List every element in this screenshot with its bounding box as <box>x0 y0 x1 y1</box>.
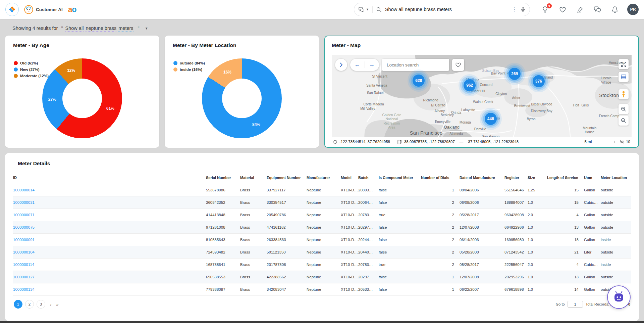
column-header[interactable]: Length of Service <box>547 171 584 184</box>
meter-id-link[interactable]: 1000000104 <box>13 246 206 259</box>
map-canvas[interactable]: ← → <box>332 55 632 137</box>
column-header[interactable]: Model <box>341 171 358 184</box>
column-header[interactable]: Batch <box>358 171 379 184</box>
map-cluster-marker[interactable]: 269 <box>508 68 521 80</box>
table-cell: false <box>379 283 421 296</box>
search-bar[interactable]: ▼ ⋮ <box>354 3 530 16</box>
next-page-icon[interactable]: › <box>50 302 51 307</box>
cards-row: Meter - By Age Old (61%)New (27%)Moderat… <box>0 36 644 148</box>
pen-icon <box>577 6 584 13</box>
table-cell: XT10-D… <box>341 259 358 271</box>
table-cell: 13 <box>547 271 584 283</box>
last-page-icon[interactable]: » <box>56 302 58 307</box>
goto-page-input[interactable] <box>568 301 583 308</box>
meter-id-link[interactable]: 1000000071 <box>13 209 206 221</box>
map-cluster-marker[interactable]: 962 <box>464 79 476 91</box>
legend-item[interactable]: Old (61%) <box>14 61 49 65</box>
page-button-3[interactable]: 3 <box>37 300 45 309</box>
table-cell: 1.0 <box>528 246 547 259</box>
table-cell: Cubic… <box>584 196 601 209</box>
map-cluster-marker[interactable]: 628 <box>413 75 425 87</box>
column-header[interactable]: Number of Dials <box>421 171 460 184</box>
insights-bulb-button[interactable]: 6 <box>541 6 549 13</box>
column-header[interactable]: Date of Manufacture <box>460 171 504 184</box>
map-fullscreen-button[interactable] <box>619 59 629 69</box>
page-button-2[interactable]: 2 <box>25 300 34 309</box>
query-word[interactable]: neptune brass <box>86 26 116 32</box>
chart-legend: Old (61%)New (27%)Moderate (12%) <box>14 61 49 78</box>
map-cluster-marker[interactable]: 448 <box>485 113 497 125</box>
legend-item[interactable]: Moderate (12%) <box>14 74 49 78</box>
forward-arrow-button[interactable]: → <box>365 61 379 68</box>
meter-id-link[interactable]: 1000000127 <box>13 271 206 283</box>
donut-chart-by-location[interactable]: 84%16% <box>202 58 282 138</box>
chat-mode-icon <box>358 6 365 13</box>
map-favorite-button[interactable] <box>452 59 464 71</box>
table-cell: 360842352 <box>206 196 240 209</box>
donut-chart-by-age[interactable]: 61%27%12% <box>42 58 122 138</box>
column-header[interactable]: Size <box>528 171 547 184</box>
column-header[interactable]: Serial Number <box>206 171 240 184</box>
meter-id-link[interactable]: 1000000014 <box>13 184 206 196</box>
chatbot-launcher-button[interactable] <box>607 285 631 309</box>
location-search-input[interactable] <box>382 59 449 71</box>
table-cell: 1.0 <box>528 283 547 296</box>
conversations-button[interactable] <box>594 6 601 13</box>
table-cell: 664922966 <box>504 221 528 234</box>
search-mode-dropdown[interactable]: ▼ <box>358 6 373 13</box>
table-cell: 696538553 <box>206 271 240 283</box>
annotate-button[interactable] <box>576 6 584 13</box>
table-cell: 201787806 <box>267 259 307 271</box>
page-button-1[interactable]: 1 <box>14 300 22 309</box>
column-header[interactable]: Register <box>504 171 528 184</box>
map-panel-toggle-button[interactable] <box>335 59 347 71</box>
search-options-kebab-icon[interactable]: ⋮ <box>512 6 517 12</box>
table-cell: 05/28/2017 <box>460 209 504 221</box>
column-header[interactable]: Is Compound Meter <box>379 171 421 184</box>
query-word[interactable]: Show all <box>65 26 84 32</box>
app-launcher-button[interactable] <box>5 3 19 16</box>
legend-item[interactable]: outside (84%) <box>173 61 205 65</box>
meter-id-link[interactable]: 1000000114 <box>13 259 206 271</box>
legend-item[interactable]: New (27%) <box>14 67 49 72</box>
table-cell: 342083047 <box>267 283 307 296</box>
column-header[interactable]: Equipment Number <box>267 171 307 184</box>
results-dropdown-caret-icon[interactable]: ▼ <box>145 27 148 30</box>
microphone-icon[interactable] <box>520 6 526 12</box>
column-header[interactable]: Uom <box>584 171 601 184</box>
chat-bubbles-icon <box>594 6 601 13</box>
notifications-button[interactable] <box>611 6 619 13</box>
column-header[interactable]: Meter Location <box>601 171 631 184</box>
table-cell: 12/07/2008 <box>460 221 504 234</box>
search-input[interactable] <box>385 7 508 12</box>
map-history-arrows: ← → <box>350 59 379 71</box>
table-cell: Brass <box>240 259 267 271</box>
table-cell: Neptune <box>307 209 341 221</box>
column-header[interactable]: Material <box>240 171 267 184</box>
query-word[interactable]: meters <box>118 26 133 32</box>
meter-id-link[interactable]: 1000000091 <box>13 234 206 246</box>
favorites-button[interactable] <box>559 6 566 13</box>
table-cell: XT10-D… <box>341 271 358 283</box>
meter-id-link[interactable]: 1000000031 <box>13 196 206 209</box>
meter-details-card: Meter Details IDSerial NumberMaterialEqu… <box>5 153 639 321</box>
table-cell: 724593482 <box>206 246 240 259</box>
map-layers-button[interactable] <box>619 72 629 82</box>
table-cell: 1.25 <box>528 184 547 196</box>
column-header[interactable]: Manufacturer <box>307 171 341 184</box>
street-view-pegman[interactable] <box>619 89 629 99</box>
user-avatar[interactable]: PR <box>627 4 639 15</box>
map-status-bar: -122.73544514, 37.76294958 38.09875785, … <box>332 137 632 146</box>
map-zoom-in-button[interactable] <box>619 104 629 114</box>
table-cell: 2 <box>421 221 460 234</box>
table-cell: outside <box>601 196 631 209</box>
meter-id-link[interactable]: 1000000134 <box>13 283 206 296</box>
legend-item[interactable]: inside (16%) <box>173 67 205 72</box>
meter-id-link[interactable]: 1000000075 <box>13 221 206 234</box>
table-cell: Neptune <box>307 246 341 259</box>
column-header[interactable]: ID <box>13 171 206 184</box>
map-cluster-marker[interactable]: 376 <box>533 75 545 87</box>
map-zoom-out-button[interactable] <box>619 116 629 126</box>
back-arrow-button[interactable]: ← <box>350 61 365 68</box>
search-icon <box>376 7 382 12</box>
